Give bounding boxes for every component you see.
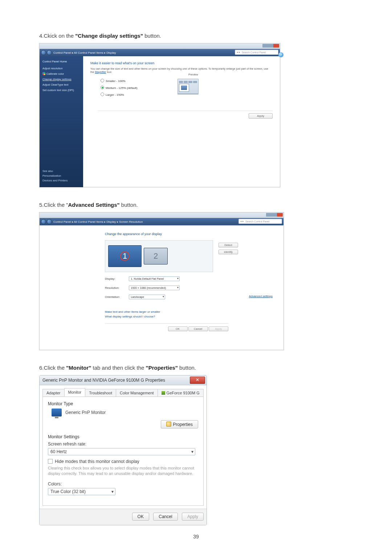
sidebar-item-cleartype[interactable]: Adjust ClearType text xyxy=(42,83,80,86)
see-also-header: See also xyxy=(42,169,80,173)
shield-icon xyxy=(42,72,45,75)
display-label: Display: xyxy=(105,277,128,280)
tab-troubleshoot[interactable]: Troubleshoot xyxy=(85,389,116,397)
sidebar-item-calibrate-color[interactable]: Calibrate color xyxy=(42,72,80,75)
page-description: You can change the size of text and othe… xyxy=(90,67,273,74)
sidebar-item-change-display-settings[interactable]: Change display settings xyxy=(42,78,80,81)
monitor-type-group: Monitor Type xyxy=(48,401,198,406)
tab-monitor[interactable]: Monitor xyxy=(64,388,86,397)
colors-label: Colors: xyxy=(48,481,198,487)
step-6-text: 6.Click the "Monitor" tab and then click… xyxy=(39,365,353,371)
hide-modes-hint: Clearing this check box allows you to se… xyxy=(48,465,198,476)
tab-adapter[interactable]: Adapter xyxy=(42,389,65,397)
sidebar-item-custom-dpi[interactable]: Set custom text size (DPI) xyxy=(42,89,80,92)
monitor-settings-group: Monitor Settings xyxy=(48,434,198,439)
apply-button[interactable]: Apply xyxy=(209,327,228,331)
properties-icon xyxy=(166,422,171,427)
monitor-icon xyxy=(52,409,62,416)
orientation-label: Orientation: xyxy=(105,295,128,299)
nav-back-forward[interactable] xyxy=(41,50,52,55)
sidebar-item-adjust-resolution[interactable]: Adjust resolution xyxy=(42,67,80,70)
page-heading: Make it easier to read what's on your sc… xyxy=(90,61,273,65)
dialog-titlebar: Generic PnP Monitor and NVIDIA GeForce 9… xyxy=(40,376,207,385)
cancel-button[interactable]: Cancel xyxy=(188,327,208,331)
resolution-label: Resolution: xyxy=(105,286,128,290)
dialog-title: Generic PnP Monitor and NVIDIA GeForce 9… xyxy=(42,378,165,383)
search-input[interactable]: Search Control Panel xyxy=(238,219,282,224)
link-make-text-larger[interactable]: Make text and other items larger or smal… xyxy=(105,310,273,313)
refresh-rate-dropdown[interactable]: 60 Hertz xyxy=(48,448,195,455)
preview-label: Preview xyxy=(188,73,198,76)
preview-monitor-icon xyxy=(177,79,199,94)
cancel-button[interactable]: Cancel xyxy=(153,513,177,521)
page-number: 39 xyxy=(0,534,392,539)
ok-button[interactable]: OK xyxy=(168,327,188,331)
see-also-personalization[interactable]: Personalization xyxy=(42,174,80,177)
see-also-devices-printers[interactable]: Devices and Printers xyxy=(42,179,80,182)
colors-dropdown[interactable]: True Color (32 bit) xyxy=(48,488,115,495)
close-button[interactable]: ✕ xyxy=(190,377,205,384)
nav-back-forward[interactable] xyxy=(41,219,52,224)
display-dropdown[interactable]: 1. Nvidia Default Flat Panel xyxy=(129,276,180,281)
apply-button[interactable]: Apply xyxy=(249,113,273,119)
explorer-address-bar: Control Panel ▸ All Control Panel Items … xyxy=(40,218,283,225)
display-size-content: Make it easier to read what's on your sc… xyxy=(83,56,280,187)
monitor-arrangement[interactable]: 1 2 Detect Identify xyxy=(105,240,213,272)
search-input[interactable]: Search Control Panel xyxy=(235,50,278,55)
detect-button[interactable]: Detect xyxy=(219,243,238,247)
ok-button[interactable]: OK xyxy=(132,513,149,521)
tab-color-management[interactable]: Color Management xyxy=(116,389,158,397)
tab-geforce[interactable]: GeForce 9100M G xyxy=(158,389,204,397)
orientation-dropdown[interactable]: Landscape xyxy=(129,295,165,299)
link-which-settings[interactable]: What display settings should I choose? xyxy=(105,315,273,318)
properties-button[interactable]: Properties xyxy=(161,420,198,428)
screenshot-screen-resolution: Control Panel ▸ All Control Panel Items … xyxy=(39,212,284,350)
identify-button[interactable]: Identify xyxy=(219,250,238,254)
resolution-dropdown[interactable]: 1920 × 1080 (recommended) xyxy=(129,286,180,290)
breadcrumb[interactable]: Control Panel ▸ All Control Panel Items … xyxy=(53,220,143,223)
control-panel-sidebar: Control Panel Home Adjust resolution Cal… xyxy=(40,56,83,187)
screenshot-monitor-properties-dialog: Generic PnP Monitor and NVIDIA GeForce 9… xyxy=(39,375,207,525)
step-4-text: 4.Ckick on the "Change display settings"… xyxy=(39,33,353,39)
hide-modes-checkbox[interactable]: Hide modes that this monitor cannot disp… xyxy=(48,459,198,464)
monitor-2[interactable]: 2 xyxy=(144,248,168,264)
breadcrumb[interactable]: Control Panel ▸ All Control Panel Items … xyxy=(53,51,116,54)
monitor-1[interactable]: 1 xyxy=(108,245,142,267)
annotation-circle-icon xyxy=(120,251,130,261)
window-frame-top xyxy=(40,44,280,49)
advanced-settings-link[interactable]: Advanced settings xyxy=(249,295,273,298)
screenshot-display-size: Control Panel ▸ All Control Panel Items … xyxy=(39,43,280,187)
dialog-tabs: Adapter Monitor Troubleshoot Color Manag… xyxy=(42,388,204,397)
checkbox-icon xyxy=(48,459,53,464)
nvidia-icon xyxy=(162,391,165,395)
monitor-name: Generic PnP Monitor xyxy=(65,410,106,415)
sidebar-home[interactable]: Control Panel Home xyxy=(42,60,80,63)
magnifier-link[interactable]: Magnifier xyxy=(95,70,106,74)
step-5-text: 5.Click the "Advanced Settings" button. xyxy=(39,202,353,208)
explorer-address-bar: Control Panel ▸ All Control Panel Items … xyxy=(40,49,280,56)
apply-button[interactable]: Apply xyxy=(182,513,204,521)
page-heading: Change the appearance of your display xyxy=(105,232,273,236)
refresh-rate-label: Screen refresh rate: xyxy=(48,442,198,447)
window-frame-top xyxy=(40,213,283,218)
